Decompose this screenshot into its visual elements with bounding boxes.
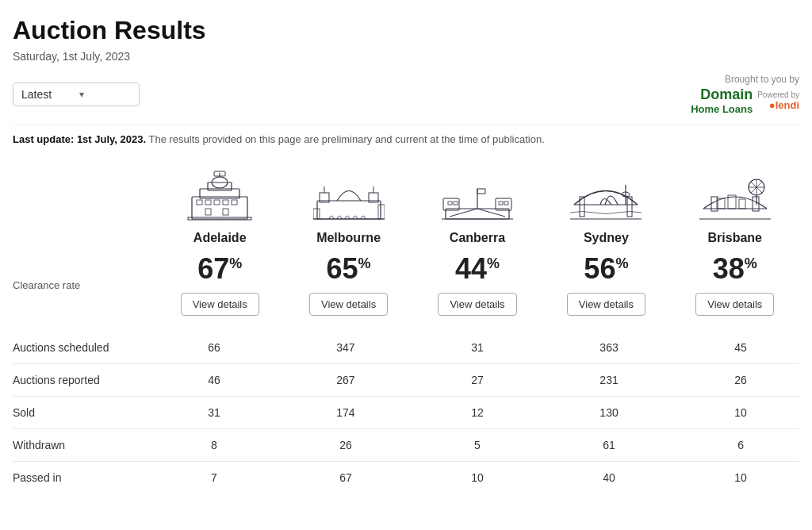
clearance-rate-label: Clearance rate: [13, 279, 155, 291]
svg-rect-7: [205, 200, 211, 205]
adelaide-auctions-reported: 46: [155, 364, 273, 397]
adelaide-name: Adelaide: [193, 231, 247, 245]
svg-rect-8: [214, 200, 220, 205]
sydney-sold: 130: [536, 397, 682, 429]
melbourne-clearance-col: 65% View details: [284, 255, 412, 316]
svg-rect-14: [317, 201, 381, 219]
svg-rect-10: [232, 200, 237, 205]
melbourne-auctions-reported: 267: [273, 364, 419, 397]
brisbane-view-details-button[interactable]: View details: [695, 293, 774, 316]
sydney-name: Sydney: [584, 231, 629, 245]
adelaide-withdrawn: 8: [155, 429, 273, 462]
svg-rect-30: [504, 202, 508, 205]
canberra-illustration: [442, 161, 513, 225]
svg-rect-49: [739, 199, 745, 209]
brisbane-withdrawn: 6: [682, 429, 799, 462]
melbourne-passed-in: 67: [273, 462, 419, 494]
sydney-view-details-button[interactable]: View details: [567, 293, 645, 316]
auctions-scheduled-row: Auctions scheduled 66 347 31 363 45: [13, 332, 799, 364]
svg-rect-6: [197, 200, 202, 205]
auctions-scheduled-label: Auctions scheduled: [13, 332, 155, 364]
melbourne-illustration: [313, 161, 385, 225]
sydney-clearance-col: 56% View details: [542, 255, 670, 316]
city-col-sydney: Sydney: [542, 161, 670, 248]
brisbane-name: Brisbane: [708, 231, 762, 245]
last-update-notice: Last update: 1st July, 2023. The results…: [13, 125, 799, 145]
melbourne-withdrawn: 26: [273, 429, 419, 462]
svg-rect-29: [499, 202, 503, 205]
brought-to-you-by-label: Brought to you by: [691, 74, 799, 85]
canberra-view-details-button[interactable]: View details: [438, 293, 516, 316]
sponsor-block: Brought to you by Domain Home Loans Powe…: [691, 74, 799, 115]
melbourne-clearance-rate: 65%: [327, 255, 371, 283]
svg-rect-9: [223, 200, 228, 205]
sydney-passed-in: 40: [536, 462, 682, 494]
melbourne-sold: 174: [273, 397, 419, 429]
canberra-auctions-reported: 27: [419, 364, 536, 397]
sold-label: Sold: [13, 397, 155, 429]
melbourne-auctions-scheduled: 347: [273, 332, 419, 364]
page-date: Saturday, 1st July, 2023: [13, 50, 799, 63]
svg-rect-28: [454, 202, 458, 205]
city-col-adelaide: Adelaide: [155, 161, 284, 248]
svg-rect-20: [378, 205, 385, 219]
chevron-down-icon: ▾: [79, 89, 131, 100]
canberra-sold: 12: [419, 397, 536, 429]
date-dropdown[interactable]: Latest ▾: [13, 83, 140, 106]
brisbane-illustration: [699, 161, 771, 225]
melbourne-view-details-button[interactable]: View details: [309, 293, 388, 316]
svg-rect-19: [313, 209, 320, 219]
sydney-clearance-rate: 56%: [584, 255, 628, 283]
adelaide-illustration: [184, 161, 255, 225]
city-col-canberra: Canberra: [413, 161, 542, 248]
svg-rect-11: [205, 209, 211, 215]
lendi-logo: Powered by ●lendi: [757, 90, 799, 111]
svg-rect-27: [448, 202, 452, 205]
adelaide-auctions-scheduled: 66: [155, 332, 273, 364]
brisbane-passed-in: 10: [682, 462, 799, 494]
sydney-withdrawn: 61: [536, 429, 682, 462]
melbourne-name: Melbourne: [316, 231, 381, 245]
brisbane-auctions-reported: 26: [682, 364, 799, 397]
withdrawn-row: Withdrawn 8 26 5 61 6: [13, 429, 799, 462]
brisbane-clearance-col: 38% View details: [671, 255, 799, 316]
dropdown-label: Latest: [21, 88, 73, 101]
canberra-name: Canberra: [450, 231, 505, 245]
sold-row: Sold 31 174 12 130 10: [13, 397, 799, 429]
adelaide-view-details-button[interactable]: View details: [181, 293, 259, 316]
svg-rect-24: [477, 189, 485, 194]
canberra-clearance-col: 44% View details: [413, 255, 542, 316]
auctions-reported-row: Auctions reported 46 267 27 231 26: [13, 364, 799, 397]
city-col-brisbane: Brisbane: [671, 161, 799, 248]
canberra-withdrawn: 5: [419, 429, 536, 462]
brisbane-auctions-scheduled: 45: [682, 332, 799, 364]
canberra-passed-in: 10: [419, 462, 536, 494]
stats-table: Auctions scheduled 66 347 31 363 45 Auct…: [13, 332, 799, 494]
passed-in-label: Passed in: [13, 462, 155, 494]
domain-logo: Domain Home Loans: [691, 86, 753, 115]
passed-in-row: Passed in 7 67 10 40 10: [13, 462, 799, 494]
adelaide-clearance-rate: 67%: [197, 255, 242, 283]
canberra-clearance-rate: 44%: [455, 255, 500, 283]
adelaide-passed-in: 7: [155, 462, 273, 494]
withdrawn-label: Withdrawn: [13, 429, 155, 462]
sydney-auctions-reported: 231: [536, 364, 682, 397]
page-title: Auction Results: [13, 16, 799, 45]
city-col-melbourne: Melbourne: [284, 161, 412, 248]
adelaide-clearance-col: 67% View details: [155, 255, 284, 316]
brisbane-sold: 10: [682, 397, 799, 429]
canberra-auctions-scheduled: 31: [419, 332, 536, 364]
brisbane-clearance-rate: 38%: [713, 255, 757, 283]
sydney-auctions-scheduled: 363: [536, 332, 682, 364]
auctions-reported-label: Auctions reported: [13, 364, 155, 397]
adelaide-sold: 31: [155, 397, 273, 429]
sydney-illustration: [570, 161, 642, 225]
svg-rect-12: [223, 209, 228, 215]
